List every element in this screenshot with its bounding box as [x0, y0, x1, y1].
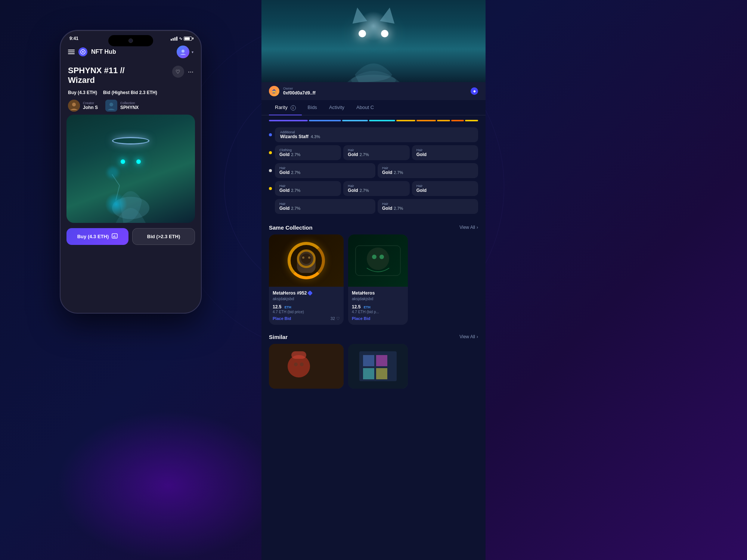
rarity-card-clothing: Clothing Gold 2.7% — [275, 145, 341, 160]
app-title: NFT Hub — [91, 49, 116, 55]
owner-bar: 🧙 Owner 0xf00d0a7d9..ff ◆ — [261, 82, 486, 100]
owner-address: 0xf00d0a7d9..ff — [283, 90, 316, 96]
status-time: 9:41 — [69, 36, 78, 41]
creator-label: Creator — [83, 101, 98, 105]
similar-section: Similar View All › — [261, 325, 486, 389]
svg-rect-29 — [376, 368, 387, 379]
svg-point-12 — [301, 253, 311, 264]
tab-rarity[interactable]: Rarity i — [269, 100, 302, 115]
collection-card-1-image — [269, 234, 344, 287]
app-logo — [78, 47, 87, 56]
svg-point-6 — [109, 103, 113, 106]
creator-avatar — [68, 100, 80, 112]
svg-point-23 — [300, 363, 304, 366]
info-icon: i — [291, 105, 296, 111]
user-avatar — [177, 46, 189, 58]
collection-item: Collection SPHYNX — [105, 100, 139, 112]
collection-card-2[interactable]: MetaHeros aksjdakjsbd 12.5 ETH 4.7 ETH (… — [348, 234, 408, 325]
rarity-row-4: Hair Gold 2.7% Hair Gold 2.7% Hair — [269, 181, 478, 196]
eth-badge: ◆ — [471, 87, 478, 95]
card-1-likes: 32 ♡ — [331, 316, 340, 321]
rarity-card-hair-3: Hair Gold 2.7% — [275, 163, 375, 178]
buy-price: Buy (4.3 ETH) — [68, 90, 97, 95]
hero-cat-svg — [317, 15, 430, 82]
more-options-button[interactable]: ··· — [188, 68, 193, 76]
card-1-subtitle: aksjdakjsbd — [273, 296, 340, 301]
svg-point-18 — [379, 255, 384, 259]
collection-card-1[interactable]: MetaHeros #952 aksjdakjsbd 12.5 ETH 4.7 … — [269, 234, 344, 325]
svg-point-14 — [308, 256, 310, 259]
bid-button[interactable]: Bid (>2.3 ETH) — [132, 228, 195, 245]
rarity-row-5: Hair Gold 2.7% Hair Gold 2.7% — [269, 199, 478, 214]
rarity-card-hair-2: Hair Gold — [412, 145, 478, 160]
similar-card-1[interactable] — [269, 344, 344, 389]
nft-title: SPHYNX #11 // Wizard — [68, 66, 125, 85]
wifi-icon: ∿ — [179, 36, 182, 41]
svg-point-13 — [302, 256, 304, 259]
card-2-unit: ETH — [364, 305, 371, 309]
header-avatar[interactable]: ▾ — [177, 46, 193, 58]
chevron-right-icon-2: › — [477, 334, 478, 339]
hamburger-menu[interactable] — [68, 50, 75, 54]
svg-point-8 — [107, 167, 118, 178]
nft-main-image — [66, 115, 195, 223]
similar-card-2[interactable] — [348, 344, 408, 389]
phone-notch — [108, 35, 153, 46]
heart-icon: ♡ — [336, 316, 340, 321]
rarity-grid: Additional Wizards Staff 4.3% Clothing G… — [261, 126, 486, 218]
card-1-price: 12.5 — [273, 304, 281, 309]
rarity-card-hair-1: Hair Gold 2.7% — [343, 145, 409, 160]
rarity-card-hair-9: Hair Gold 2.7% — [378, 199, 478, 214]
price-row: Buy (4.3 ETH) Bid (Highest Bid 2.3 ETH) — [61, 88, 201, 98]
cat-body-svg — [93, 126, 168, 223]
rarity-dot-2 — [269, 151, 272, 154]
rarity-dot-5 — [269, 205, 272, 208]
right-panel: 🧙 Owner 0xf00d0a7d9..ff ◆ Rarity i Bids … — [261, 0, 486, 560]
similar-cards — [261, 344, 486, 389]
tab-bids[interactable]: Bids — [302, 100, 323, 115]
card-1-unit: ETH — [285, 305, 291, 309]
svg-rect-21 — [291, 351, 306, 359]
card-2-subtitle: aksjdakjsbd — [352, 296, 404, 301]
rarity-dot — [269, 133, 272, 136]
svg-point-2 — [182, 50, 185, 53]
nft-actions: ♡ ··· — [172, 66, 193, 78]
chevron-down-icon: ▾ — [192, 50, 193, 54]
svg-point-15 — [367, 248, 389, 270]
header-left: NFT Hub — [68, 47, 116, 56]
tab-about[interactable]: About C — [350, 100, 380, 115]
rarity-row-1: Additional Wizards Staff 4.3% — [269, 127, 478, 142]
phone-wrapper: 9:41 ∿ — [60, 30, 202, 314]
same-collection-view-all[interactable]: View All › — [459, 225, 478, 230]
svg-point-22 — [294, 363, 298, 366]
owner-label: Owner — [283, 87, 316, 90]
buy-button[interactable]: Buy (4.3 ETH) — [66, 228, 128, 245]
card-1-bid-button[interactable]: Place Bid — [273, 316, 291, 321]
status-icons: ∿ — [171, 36, 192, 41]
creator-name: John S — [83, 105, 98, 110]
favorite-button[interactable]: ♡ — [172, 66, 184, 78]
collection-label: Collection — [120, 101, 139, 105]
svg-point-17 — [372, 255, 376, 259]
rarity-card-hair-5: Hair Gold 2.7% — [275, 181, 341, 196]
action-buttons: Buy (4.3 ETH) Bid (>2.3 ETH) — [61, 223, 201, 251]
bg-glow — [56, 411, 280, 560]
svg-rect-28 — [363, 368, 374, 379]
rarity-row-3: Hair Gold 2.7% Hair Gold 2.7% — [269, 163, 478, 178]
card-2-bid-button[interactable]: Place Bid — [352, 316, 371, 321]
hero-image — [261, 0, 486, 82]
rarity-bars — [261, 115, 486, 126]
svg-point-4 — [72, 103, 76, 106]
card-1-title: MetaHeros #952 — [273, 290, 340, 296]
rarity-card-hair-6: Hair Gold 2.7% — [343, 181, 409, 196]
magic-glow — [105, 193, 127, 215]
similar-title: Similar — [269, 334, 288, 340]
same-collection-header: Same Collection View All › — [261, 218, 486, 234]
tab-activity[interactable]: Activity — [323, 100, 350, 115]
collection-avatar — [105, 100, 117, 112]
similar-header: Similar View All › — [261, 328, 486, 344]
card-2-bid: 4.7 ETH (bid p... — [352, 310, 404, 314]
similar-view-all[interactable]: View All › — [459, 334, 478, 339]
card-1-bid: 4.7 ETH (bid price) — [273, 310, 340, 314]
rarity-card-hair-8: Hair Gold 2.7% — [275, 199, 375, 214]
